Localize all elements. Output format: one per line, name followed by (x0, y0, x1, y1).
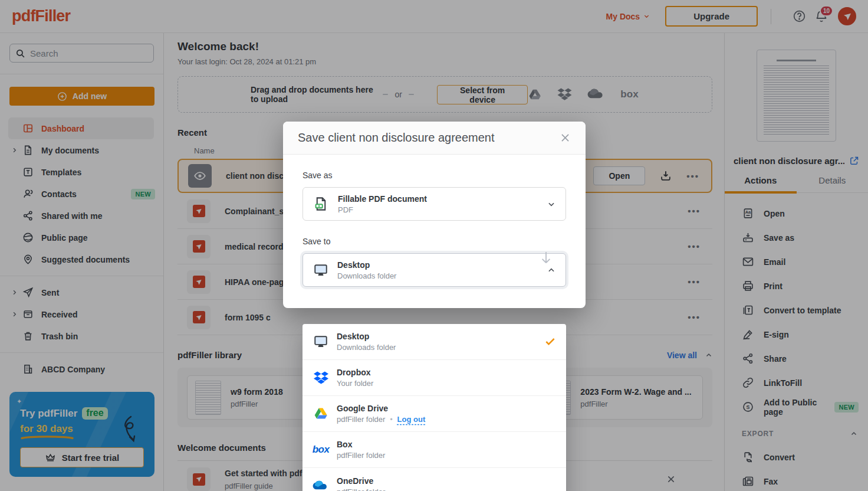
option-google-drive[interactable]: Google Drive pdfFiller folder • Log out (303, 396, 566, 432)
save-as-select[interactable]: Fillable PDF document PDF (303, 187, 566, 221)
option-subtitle: pdfFiller folder (337, 451, 385, 460)
save-as-format: PDF (338, 205, 427, 214)
pdffiller-app: pdfFiller My Docs Upgrade 10 (0, 0, 868, 491)
onedrive-icon (313, 480, 329, 491)
box-icon: box (313, 444, 330, 456)
option-title: Dropbox (337, 368, 373, 377)
save-as-value: Fillable PDF document (338, 194, 427, 204)
desktop-icon (313, 334, 328, 349)
chevron-up-icon (547, 266, 555, 274)
chevron-down-icon (547, 200, 555, 208)
desktop-icon (313, 263, 328, 278)
save-to-dropdown: Desktop Downloads folder Dropbox Your fo… (303, 324, 566, 491)
option-subtitle: Downloads folder (337, 343, 396, 352)
modal-close-button[interactable] (560, 132, 571, 143)
option-title: Google Drive (337, 404, 425, 413)
dropbox-icon (314, 371, 328, 385)
save-to-label: Save to (303, 237, 566, 246)
option-subtitle: pdfFiller folder (337, 415, 385, 424)
option-subtitle: Your folder (337, 379, 373, 388)
save-to-folder: Downloads folder (337, 271, 396, 280)
option-dropbox[interactable]: Dropbox Your folder (303, 360, 566, 396)
dot-separator: • (390, 415, 392, 424)
modal-title: Save client non disclosure agreement (298, 131, 495, 145)
save-document-modal: Save client non disclosure agreement Sav… (283, 122, 586, 308)
log-out-link[interactable]: Log out (397, 415, 426, 424)
check-icon (544, 336, 556, 348)
save-to-value: Desktop (337, 260, 396, 270)
google-drive-icon (313, 407, 328, 421)
option-title: OneDrive (337, 476, 385, 486)
close-icon (560, 132, 571, 143)
option-onedrive[interactable]: OneDrive pdfFiller folder (303, 468, 566, 491)
scroll-hint-arrow-icon (540, 250, 553, 266)
save-as-label: Save as (303, 171, 566, 180)
option-title: Box (337, 440, 385, 449)
option-box[interactable]: box Box pdfFiller folder (303, 432, 566, 468)
option-title: Desktop (337, 332, 396, 341)
fillable-pdf-icon (313, 196, 329, 212)
save-to-select[interactable]: Desktop Downloads folder (303, 253, 566, 287)
option-desktop[interactable]: Desktop Downloads folder (303, 324, 566, 360)
option-subtitle: pdfFiller folder (337, 487, 385, 491)
